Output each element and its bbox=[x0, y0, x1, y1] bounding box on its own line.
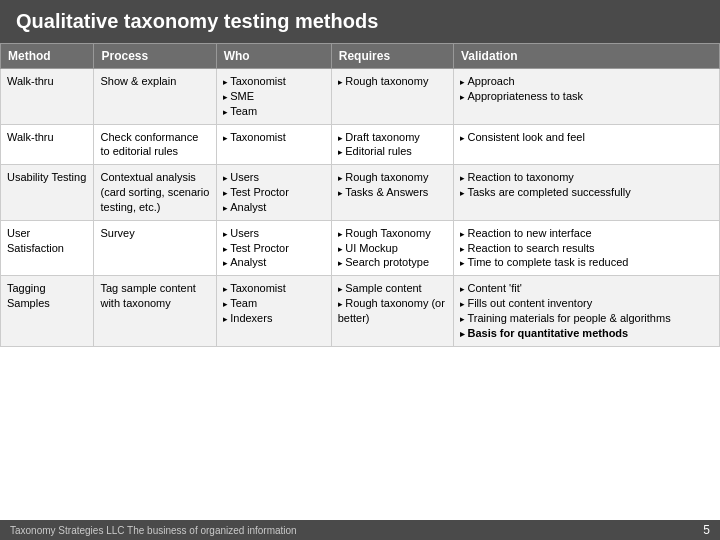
cell-requires: Rough taxonomyTasks & Answers bbox=[331, 165, 453, 221]
page-number: 5 bbox=[703, 523, 710, 537]
header-process: Process bbox=[94, 44, 216, 69]
cell-process: Survey bbox=[94, 220, 216, 276]
cell-validation: ApproachAppropriateness to task bbox=[453, 69, 719, 125]
cell-validation: Content 'fit'Fills out content inventory… bbox=[453, 276, 719, 346]
cell-validation: Reaction to taxonomyTasks are completed … bbox=[453, 165, 719, 221]
cell-who: TaxonomistSMETeam bbox=[216, 69, 331, 125]
header-method: Method bbox=[1, 44, 94, 69]
cell-process: Show & explain bbox=[94, 69, 216, 125]
table-header-row: Method Process Who Requires Validation bbox=[1, 44, 720, 69]
table-row: User SatisfactionSurveyUsersTest Proctor… bbox=[1, 220, 720, 276]
cell-requires: Draft taxonomyEditorial rules bbox=[331, 124, 453, 165]
methods-table: Method Process Who Requires Validation W… bbox=[0, 43, 720, 347]
header-validation: Validation bbox=[453, 44, 719, 69]
page-title: Qualitative taxonomy testing methods bbox=[0, 0, 720, 43]
page: Qualitative taxonomy testing methods Met… bbox=[0, 0, 720, 540]
cell-who: TaxonomistTeamIndexers bbox=[216, 276, 331, 346]
header-requires: Requires bbox=[331, 44, 453, 69]
cell-requires: Rough TaxonomyUI MockupSearch prototype bbox=[331, 220, 453, 276]
cell-who: Taxonomist bbox=[216, 124, 331, 165]
cell-process: Check conformance to editorial rules bbox=[94, 124, 216, 165]
cell-method: Tagging Samples bbox=[1, 276, 94, 346]
cell-process: Tag sample content with taxonomy bbox=[94, 276, 216, 346]
cell-requires: Rough taxonomy bbox=[331, 69, 453, 125]
cell-process: Contextual analysis (card sorting, scena… bbox=[94, 165, 216, 221]
cell-method: Walk-thru bbox=[1, 69, 94, 125]
table-row: Usability TestingContextual analysis (ca… bbox=[1, 165, 720, 221]
cell-method: Walk-thru bbox=[1, 124, 94, 165]
cell-who: UsersTest ProctorAnalyst bbox=[216, 220, 331, 276]
cell-validation: Consistent look and feel bbox=[453, 124, 719, 165]
table-row: Walk-thruCheck conformance to editorial … bbox=[1, 124, 720, 165]
footer: Taxonomy Strategies LLC The business of … bbox=[0, 520, 720, 540]
cell-method: User Satisfaction bbox=[1, 220, 94, 276]
footer-text: Taxonomy Strategies LLC The business of … bbox=[10, 525, 297, 536]
cell-requires: Sample contentRough taxonomy (or better) bbox=[331, 276, 453, 346]
table-row: Walk-thruShow & explainTaxonomistSMETeam… bbox=[1, 69, 720, 125]
header-who: Who bbox=[216, 44, 331, 69]
table-container: Method Process Who Requires Validation W… bbox=[0, 43, 720, 520]
cell-method: Usability Testing bbox=[1, 165, 94, 221]
table-row: Tagging SamplesTag sample content with t… bbox=[1, 276, 720, 346]
cell-validation: Reaction to new interfaceReaction to sea… bbox=[453, 220, 719, 276]
cell-who: UsersTest ProctorAnalyst bbox=[216, 165, 331, 221]
